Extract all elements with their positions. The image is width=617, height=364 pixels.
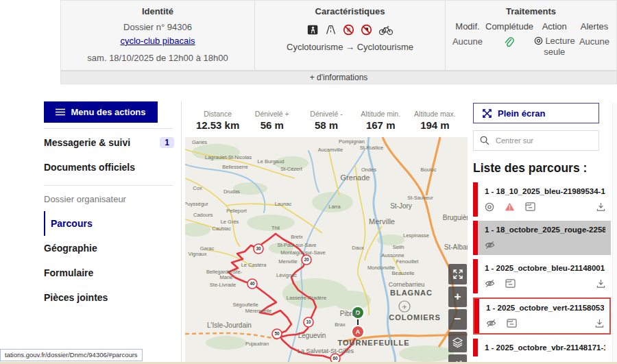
folder-icon[interactable] [505,279,516,288]
sidebar-item-label: Parcours [51,218,93,229]
caracteristiques-icons [255,24,445,36]
map-place-label: Fenouillet [396,258,419,265]
traitements-title: Traitements [446,6,616,16]
sidebar-item-dossier-organisateur[interactable]: Dossier organisateur [44,187,181,211]
map-place-label: Mondonville [367,265,395,271]
hidden-icon[interactable] [485,279,495,288]
map-place-label: Mérenvielle [245,308,271,314]
parcours-item-3[interactable]: 1 - 2025_octobre_bleu-21148001-1... [473,259,611,293]
visible-icon[interactable] [485,202,494,212]
sidebar-item-label: Géographie [44,243,97,254]
map-place-label: Launac [275,201,292,207]
expand-icon [453,269,463,279]
map-place-label: Cox [193,185,202,191]
parcours-title: 1 - 18_octobre_2025_rouge-22588... [485,226,605,234]
map-place-label: Le Burgaud [258,158,285,165]
download-icon[interactable] [596,202,605,212]
parcours-item-1[interactable]: 1 - 18_10_2025_bleu-21989534-175... [473,182,611,217]
no-entry-icon [343,24,354,36]
folder-icon[interactable] [507,319,517,328]
sidebar-menu: Messagerie & suivi 1 Documents officiels [43,129,181,180]
parcours-item-actions [485,240,605,250]
parcours-item-actions [485,278,605,289]
hidden-icon[interactable] [485,241,495,250]
map-place-label: Ségoufielle [232,302,258,308]
parcours-item-4[interactable]: 1 - 2025_octobre_vert-21158053-1... [473,298,611,335]
map-place-label: Cadours [193,212,213,218]
stat-label: Altitude min. [354,110,408,118]
center-on-input[interactable] [494,136,592,145]
map-place-label: L'Isle-Jourdain [207,321,252,329]
parcours-list-title: Liste des parcours : [473,161,611,175]
map-place-label: Lagraulet-St-Nicolas [205,154,252,160]
map-place-label: Thil [271,225,280,231]
minus-icon: − [455,313,461,326]
bicycle-icon [378,24,394,36]
map-place-label: Pompignan [339,138,365,145]
map-place-label: TOURNEFEUILLE [337,339,409,347]
sidebar-item-parcours[interactable]: Parcours [44,211,181,236]
folder-icon[interactable] [525,202,535,211]
browser-status-bar: tations.gouv.fr/dossier/Dnmc/94306/#parc… [0,349,143,361]
parcours-item-2[interactable]: 1 - 18_octobre_2025_rouge-22588... [473,221,611,255]
map-place-label: Puysségur [185,201,208,207]
sidebar-item-label: Messagerie & suivi [44,137,130,148]
hidden-icon[interactable] [486,319,496,328]
modif-label: Modif. [450,21,485,32]
map-place-label: Aussonne [381,252,404,258]
parcours-panel: Plein écran Liste des parcours : 1 - 18_… [473,103,611,361]
map-place-label: Ste-Livrade [210,282,236,288]
scrollbar[interactable] [612,103,617,364]
map-place-label: Léguevin [298,332,326,339]
sidebar-item-messagerie[interactable]: Messagerie & suivi 1 [44,130,181,155]
more-info-bar[interactable]: + d'informations [60,71,617,84]
sidebar-item-formulaire[interactable]: Formulaire [44,260,181,285]
route-map[interactable]: ✈302040105060DAGarièsPompignanSt-Rustice… [185,137,468,364]
organizer-link[interactable]: cyclo-club pibacais [120,36,195,46]
alertes-column: Alertes Aucune [577,21,612,57]
arrow-right-icon: → [346,42,354,52]
parcours-item-actions [485,202,605,212]
map-place-label: Lespinasse [403,232,429,239]
map-place-label: Bretx [291,234,303,240]
parcours-item-5[interactable]: 1 - 2025_octobre_vbr-21148171-17... [473,339,611,356]
download-icon[interactable] [595,319,604,328]
parcours-title: 1 - 2025_octobre_vert-21158053-1... [486,304,604,312]
map-place-label: Le Castéra [241,262,267,268]
map-layers-button[interactable] [448,332,467,352]
layers-icon [452,337,463,348]
fullscreen-label: Plein écran [498,108,545,119]
identite-title: Identité [61,6,254,16]
menu-des-actions-button[interactable]: Menu des actions [44,101,158,123]
map-zoom-in-button[interactable]: + [448,287,467,307]
sidebar-item-geographie[interactable]: Géographie [44,236,181,260]
map-zoom-out-button[interactable]: − [448,309,467,330]
sidebar-item-pieces-jointes[interactable]: Pièces jointes [44,285,181,310]
map-controls: + − [448,264,467,364]
map-place-label: Beauzelle [392,270,415,276]
more-info-label: + d'informations [310,73,368,82]
airport-icon: ✈ [402,304,407,311]
map-expand-button[interactable] [448,264,467,284]
stat-distance: Distance 12.53 km [191,110,245,131]
caracteristiques-section: Caractéristiques Cyclotour [254,1,445,70]
download-icon[interactable] [596,279,605,289]
map-place-label: Aucamville [318,147,343,153]
map-place-label: Marie [220,274,233,280]
stat-label: Dénivelé + [245,110,299,118]
km-marker-label: 60 [332,356,338,361]
menu-button-label: Menu des actions [71,107,145,117]
target-icon [534,36,543,45]
map-place-label: Larra [328,204,341,210]
warning-icon[interactable] [505,202,515,211]
map-place-label: Lévignac [276,272,297,278]
road-icon [325,24,337,36]
type-from: Cyclotourisme [287,42,343,52]
map-place-label: St-Sauveur [407,195,433,201]
sidebar-item-documents-officiels[interactable]: Documents officiels [44,155,181,180]
action-text: Lecture seule [544,36,575,57]
completude-column: Complétude [485,21,533,57]
type-to: Cyclotourisme [357,42,413,52]
paperclip-icon [485,36,533,51]
fullscreen-button[interactable]: Plein écran [473,103,599,123]
